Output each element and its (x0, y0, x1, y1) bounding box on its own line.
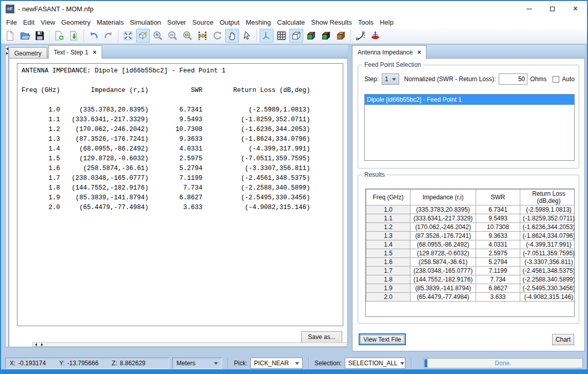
scrollbar-right-icon[interactable] (41, 343, 43, 346)
tab-close-icon[interactable]: × (417, 49, 421, 55)
pick-value: PICK_NEAR (254, 360, 289, 367)
app-logo-icon: nF (6, 5, 14, 13)
tab-close-icon[interactable]: × (93, 49, 96, 55)
results-cell: (170.062,-246.2042) (410, 223, 476, 232)
pan-button[interactable] (225, 29, 239, 43)
menu-help[interactable]: Help (377, 17, 397, 27)
auto-label: Auto (562, 76, 575, 83)
view-text-file-button[interactable]: View Text File (359, 333, 406, 345)
axes-button[interactable] (260, 29, 273, 43)
shaded-button[interactable] (304, 29, 318, 43)
results-table-row: 1.4(68.0955,-86.2492)4.0331(-4.399,317.9… (366, 240, 575, 249)
menu-simulation[interactable]: Simulation (127, 17, 164, 27)
far-field-icon (370, 30, 381, 41)
close-button[interactable]: × (564, 1, 587, 16)
menu-output[interactable]: Output (217, 17, 243, 27)
feed-point-list-item[interactable]: Dipole [id66b55bc2] - Feed Point 1 (365, 95, 574, 105)
next-step-icon (197, 30, 208, 41)
normalized-ohms-input[interactable] (499, 73, 527, 85)
menu-view[interactable]: View (37, 17, 58, 27)
menu-meshing[interactable]: Meshing (243, 17, 274, 27)
select-button[interactable] (240, 29, 254, 43)
step-value: 1 (385, 76, 388, 83)
far-field-button[interactable] (368, 29, 382, 43)
maximize-button[interactable] (541, 1, 564, 16)
horizontal-scrollbar[interactable] (32, 342, 347, 347)
pick-label: Pick: (234, 360, 247, 367)
close-icon: × (573, 5, 578, 13)
units-select[interactable]: Meters (172, 358, 222, 369)
step-label: Step: (364, 76, 379, 83)
tab-geometry[interactable]: Geometry (9, 47, 47, 59)
tab-text-step-1[interactable]: Text - Step 1 × (48, 45, 102, 59)
grid-button[interactable] (275, 29, 288, 43)
new-step-button[interactable] (52, 29, 66, 43)
zoom-out-button[interactable] (166, 29, 180, 43)
fit-screen-button[interactable] (121, 29, 135, 43)
menu-geometry[interactable]: Geometry (58, 17, 93, 27)
curvature-button[interactable] (354, 29, 367, 43)
results-table-row: 1.9(85.3839,-141.8794)6.8627(-2.5495,330… (366, 284, 575, 293)
minimize-button[interactable] (518, 1, 541, 16)
save-as-button[interactable]: Save as... (301, 331, 342, 343)
fit-screen-icon (123, 30, 133, 41)
solid-button[interactable] (334, 29, 348, 43)
shaded-edges-button[interactable] (319, 29, 333, 43)
menu-source[interactable]: Source (189, 17, 217, 27)
perspective-icon (138, 30, 148, 41)
next-step-button[interactable] (195, 29, 209, 43)
menu-file[interactable]: File (3, 17, 20, 27)
new-document-button[interactable] (3, 29, 17, 43)
results-table-wrap: Freq (GHz)Impedance (r,i)SWRReturn Loss … (365, 189, 575, 317)
chart-button[interactable]: Chart (552, 334, 574, 345)
undo-button[interactable] (87, 29, 101, 43)
new-step-icon (54, 30, 65, 41)
results-cell: 4.0331 (476, 240, 520, 249)
right-tab-strip: Antenna Impedance × (352, 45, 585, 59)
grid-icon (276, 30, 287, 41)
menu-tools[interactable]: Tools (355, 17, 377, 27)
rotate-button[interactable] (210, 29, 224, 43)
open-folder-button[interactable] (18, 29, 32, 43)
selection-select[interactable]: SELECTION_ALL (345, 358, 405, 369)
toolbar (1, 28, 587, 44)
scrollbar-left-icon[interactable] (35, 343, 37, 346)
results-table-row: 2.0(65.4479,-77.4984)3.633(-4.9082,315.1… (366, 293, 575, 302)
save-button[interactable] (33, 29, 47, 43)
application-window: nF - newFASANT - MOM.nfp × FileEditViewG… (0, 0, 588, 374)
tab-antenna-impedance[interactable]: Antenna Impedance × (352, 45, 426, 59)
menu-solver[interactable]: Solver (164, 17, 189, 27)
step-select[interactable]: 1 (382, 73, 399, 85)
results-cell: 3.633 (476, 293, 520, 302)
results-cell: (-4.9082,315.146) (520, 293, 575, 302)
window-title: - newFASANT - MOM.nfp (18, 5, 93, 13)
perspective-button[interactable] (136, 29, 150, 43)
results-column-header: Freq (GHz) (366, 190, 410, 205)
redo-button[interactable] (102, 29, 115, 43)
chevron-down-icon (400, 362, 404, 365)
results-cell: (87.3526,-176.7241) (410, 232, 476, 240)
feed-point-selection-group: Feed Point Selection Step: 1 Normalized … (358, 65, 579, 169)
menu-edit[interactable]: Edit (20, 17, 37, 27)
results-cell: 2.0 (366, 293, 410, 302)
pick-select[interactable]: PICK_NEAR (250, 358, 303, 369)
dock-collapse-strip[interactable] (5, 45, 9, 347)
menu-materials[interactable]: Materials (93, 17, 127, 27)
import-step-button[interactable] (67, 29, 81, 43)
zoom-window-icon (182, 30, 193, 41)
results-cell: (-2.5989,1.0813) (520, 205, 575, 214)
results-cell: 1.4 (366, 240, 410, 249)
wireframe-button[interactable] (289, 29, 303, 43)
y-label: Y: (59, 360, 65, 367)
zoom-window-button[interactable] (181, 29, 194, 43)
results-cell: (-1.8259,352.0711) (520, 214, 575, 223)
antenna-impedance-panel: Feed Point Selection Step: 1 Normalized … (352, 58, 585, 351)
progress-bar: Done. (423, 358, 583, 368)
zoom-in-button[interactable] (151, 29, 165, 43)
x-coordinate: X: -0.193174 (10, 360, 46, 367)
auto-checkbox[interactable] (553, 76, 559, 83)
ohms-label: Ohms (530, 76, 546, 83)
menu-calculate[interactable]: Calculate (274, 17, 308, 27)
menu-show-results[interactable]: Show Results (308, 17, 355, 27)
results-table-row: 1.7(238.0348,-165.0777)7.1199(-2.4561,34… (366, 267, 575, 275)
